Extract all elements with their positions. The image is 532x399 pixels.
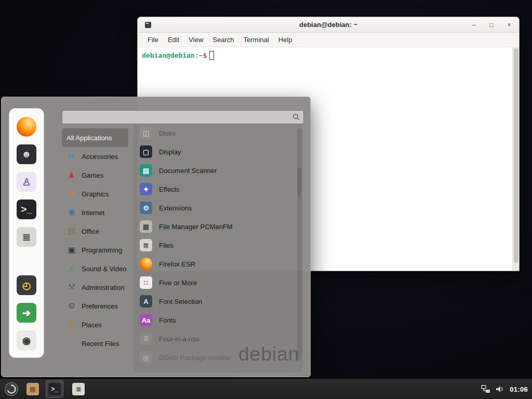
application-list: ◫ Disks ▢ Display ▤ Document Scanner ✦ E… bbox=[138, 124, 294, 367]
application-icon: ⚙ bbox=[140, 202, 152, 214]
category-label: Recent Files bbox=[82, 340, 119, 348]
panel-launcher-file-manager[interactable]: ▤ bbox=[24, 380, 42, 398]
menu-button[interactable] bbox=[4, 382, 19, 396]
category-graphics[interactable]: ✎ Graphics bbox=[62, 184, 140, 203]
apps-scrollbar[interactable] bbox=[297, 128, 302, 360]
application-label: Font Selection bbox=[159, 298, 202, 305]
category-games[interactable]: ♟ Games bbox=[62, 166, 140, 184]
category-icon: ▣ bbox=[66, 246, 77, 254]
terminal-menu-search[interactable]: Search bbox=[208, 34, 238, 45]
category-office[interactable]: ▤ Office bbox=[62, 222, 140, 241]
terminal-menu-file[interactable]: File bbox=[143, 34, 163, 45]
app-four-in-a-row[interactable]: ⠿ Four-in-a-row bbox=[138, 329, 294, 348]
app-five-or-more[interactable]: ∷ Five or More bbox=[138, 273, 294, 292]
panel-launcher-files[interactable]: ≣ bbox=[70, 380, 87, 398]
category-administration[interactable]: ⚒ Administration bbox=[62, 278, 140, 297]
app-fonts[interactable]: Aa Fonts bbox=[138, 311, 294, 329]
category-label: All Applications bbox=[66, 134, 112, 142]
application-icon: ⠿ bbox=[140, 332, 152, 345]
category-places[interactable]: ▥ Places bbox=[62, 315, 140, 334]
application-icon: ▣ bbox=[140, 351, 152, 364]
menu-search-box bbox=[62, 110, 304, 124]
category-label: Games bbox=[82, 171, 103, 179]
desktop: debian@debian: ~ – □ × File Edit View Se… bbox=[0, 0, 532, 399]
prompt-path: :~$ bbox=[195, 51, 207, 59]
favorite-files[interactable]: ≣ bbox=[17, 227, 36, 247]
terminal-window-icon bbox=[145, 22, 151, 28]
application-label: Firefox ESR bbox=[159, 260, 195, 268]
terminal-scrollbar-thumb[interactable] bbox=[514, 48, 518, 263]
app-gdebi-package-installer[interactable]: ▣ GDebi Package Installer bbox=[138, 348, 294, 367]
terminal-menu-edit[interactable]: Edit bbox=[163, 34, 184, 45]
category-label: Accessories bbox=[82, 153, 118, 161]
application-label: GDebi Package Installer bbox=[159, 354, 232, 362]
network-icon[interactable] bbox=[481, 385, 490, 394]
terminal-scrollbar[interactable] bbox=[512, 47, 519, 271]
panel-clock[interactable]: 01:06 bbox=[510, 385, 528, 393]
category-icon: ✎ bbox=[66, 190, 77, 198]
application-icon: ∷ bbox=[140, 276, 152, 289]
app-firefox-esr[interactable]: Firefox ESR bbox=[138, 255, 294, 273]
launcher-icon: ▤ bbox=[26, 383, 39, 395]
volume-icon[interactable] bbox=[496, 385, 504, 393]
category-label: Preferences bbox=[82, 302, 118, 310]
application-label: Display bbox=[159, 148, 181, 156]
app-document-scanner[interactable]: ▤ Document Scanner bbox=[138, 161, 294, 180]
favorite-quit[interactable]: ◉ bbox=[17, 330, 36, 350]
app-file-manager-pcmanfm[interactable]: ▦ File Manager PCManFM bbox=[138, 217, 294, 236]
category-accessories[interactable]: ✂ Accessories bbox=[62, 147, 140, 166]
close-button[interactable]: × bbox=[504, 20, 514, 30]
category-programming[interactable]: ▣ Programming bbox=[62, 241, 140, 259]
category-preferences[interactable]: ⚙ Preferences bbox=[62, 297, 140, 315]
category-sound-video[interactable]: ♬ Sound & Video bbox=[62, 259, 140, 278]
terminal-menu-help[interactable]: Help bbox=[274, 34, 297, 45]
favorite-logout[interactable]: ➔ bbox=[17, 303, 36, 323]
terminal-cursor bbox=[209, 51, 214, 60]
favorites-session-group: ◴ ➔ ◉ bbox=[17, 275, 36, 350]
category-recent-files[interactable]: Recent Files bbox=[62, 334, 140, 353]
application-icon: ◫ bbox=[140, 127, 152, 139]
minimize-button[interactable]: – bbox=[469, 20, 478, 30]
terminal-titlebar[interactable]: debian@debian: ~ – □ × bbox=[138, 17, 519, 33]
category-label: Places bbox=[82, 321, 102, 329]
category-label: Sound & Video bbox=[82, 265, 127, 273]
category-label: Programming bbox=[82, 246, 122, 254]
application-label: Five or More bbox=[159, 279, 197, 287]
app-extensions[interactable]: ⚙ Extensions bbox=[138, 198, 294, 217]
app-files[interactable]: ≣ Files bbox=[138, 236, 294, 255]
favorite-lock-screen[interactable]: ◴ bbox=[17, 275, 36, 295]
category-list: All Applications ✂ Accessories ♟ Games ✎… bbox=[62, 128, 140, 353]
favorite-people-app[interactable]: ☻ bbox=[17, 144, 36, 164]
application-label: Files bbox=[159, 242, 173, 249]
category-icon: ⚒ bbox=[66, 283, 77, 291]
app-font-selection[interactable]: A Font Selection bbox=[138, 292, 294, 311]
favorite-firefox[interactable] bbox=[17, 117, 36, 137]
favorite-pidgin[interactable]: ♙ bbox=[17, 172, 36, 192]
application-icon: A bbox=[140, 295, 152, 308]
application-label: Disks bbox=[159, 129, 176, 137]
application-icon: ▦ bbox=[140, 220, 152, 233]
terminal-menu-view[interactable]: View bbox=[184, 34, 208, 45]
launcher-icon: >_ bbox=[48, 383, 61, 395]
category-label: Internet bbox=[82, 209, 104, 217]
bottom-panel: ▤ >_ ≣ 01:06 bbox=[0, 378, 532, 399]
maximize-button[interactable]: □ bbox=[487, 20, 496, 30]
favorite-terminal[interactable]: >_ bbox=[17, 200, 36, 219]
category-internet[interactable]: ⊕ Internet bbox=[62, 203, 140, 222]
panel-launcher-terminal[interactable]: >_ bbox=[46, 380, 63, 398]
prompt-user: debian@debian bbox=[142, 51, 195, 59]
application-label: Extensions bbox=[159, 204, 192, 212]
category-all-applications[interactable]: All Applications bbox=[62, 128, 128, 147]
search-input[interactable] bbox=[65, 111, 292, 124]
category-label: Graphics bbox=[82, 190, 109, 198]
terminal-menu-terminal[interactable]: Terminal bbox=[239, 34, 274, 45]
application-icon: ▤ bbox=[140, 164, 152, 177]
cinnamon-menu-icon bbox=[4, 382, 19, 396]
apps-scrollbar-thumb[interactable] bbox=[298, 168, 301, 197]
app-disks[interactable]: ◫ Disks bbox=[138, 124, 294, 142]
app-display[interactable]: ▢ Display bbox=[138, 142, 294, 161]
category-icon: ⊕ bbox=[66, 208, 77, 217]
app-effects[interactable]: ✦ Effects bbox=[138, 180, 294, 198]
application-icon bbox=[140, 258, 152, 270]
system-tray: 01:06 bbox=[481, 379, 528, 399]
